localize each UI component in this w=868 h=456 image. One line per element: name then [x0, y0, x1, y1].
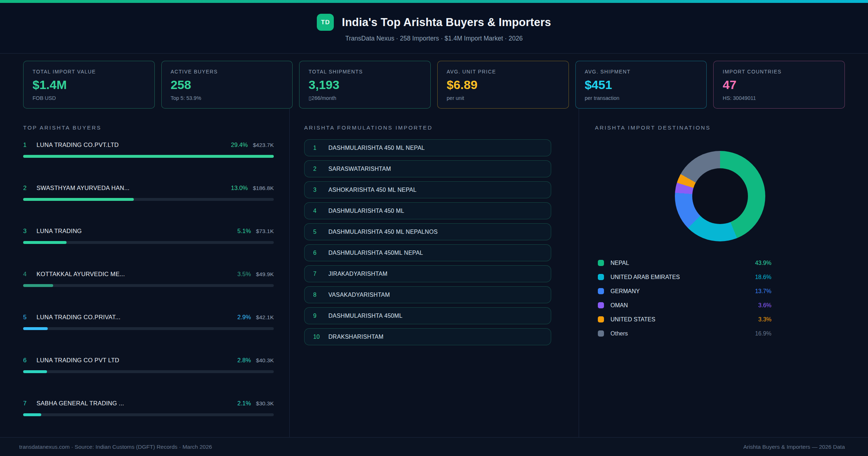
buyer-bar-fill — [23, 327, 48, 330]
buyer-percent: 29.4% — [231, 142, 248, 148]
buyer-values: 2.8%$40.3K — [237, 357, 274, 364]
main-content: TOP ARISHTA BUYERS 1LUNA TRADING CO.PVT.… — [0, 109, 868, 437]
buyer-bar-track — [23, 284, 274, 287]
kpi-value: $6.89 — [447, 78, 559, 92]
donut-hole — [692, 168, 748, 224]
buyer-bar-track — [23, 327, 274, 330]
legend-percent: 3.6% — [758, 302, 771, 309]
chip-name: DASHMULARISHTA 450 ML NEPAL — [328, 145, 425, 151]
buyer-bar-track — [23, 413, 274, 416]
chip-number: 10 — [313, 334, 328, 340]
legend-percent: 43.9% — [755, 260, 771, 266]
destinations-panel-title: ARISHTA IMPORT DESTINATIONS — [595, 124, 845, 131]
chip-number: 2 — [313, 166, 328, 172]
buyer-row: 2SWASTHYAM AYURVEDA HAN...13.0%$186.8K — [23, 185, 274, 201]
buyer-row: 6LUNA TRADING CO PVT LTD2.8%$40.3K — [23, 357, 274, 373]
formulation-chip: 9DASHMULARISHTA 450ML — [304, 307, 551, 324]
buyer-row: 3LUNA TRADING5.1%$73.1K — [23, 228, 274, 244]
legend-row: OMAN3.6% — [598, 298, 771, 312]
kpi-label: TOTAL SHIPMENTS — [309, 69, 421, 75]
kpi-label: IMPORT COUNTRIES — [723, 69, 835, 75]
kpi-label: TOTAL IMPORT VALUE — [33, 69, 145, 75]
buyer-row: 1LUNA TRADING CO.PVT.LTD29.4%$423.7K — [23, 142, 274, 158]
buyer-percent: 2.9% — [237, 314, 251, 321]
formulation-chip: 1DASHMULARISHTA 450 ML NEPAL — [304, 139, 551, 156]
buyer-name: LUNA TRADING CO.PVT.LTD — [37, 142, 119, 148]
chip-name: ASHOKARISHTA 450 ML NEPAL — [328, 187, 417, 193]
buyer-values: 2.1%$30.3K — [237, 400, 274, 407]
legend-swatch — [598, 288, 604, 294]
buyer-rank: 5 — [23, 314, 37, 321]
chip-number: 5 — [313, 229, 328, 235]
buyer-bar-track — [23, 198, 274, 201]
buyer-bar-fill — [23, 241, 67, 244]
buyer-rank: 1 — [23, 142, 37, 149]
legend-row: Others16.9% — [598, 326, 771, 341]
buyer-rank: 4 — [23, 271, 37, 278]
buyer-amount: $49.9K — [256, 271, 274, 278]
formulations-panel-title: ARISHTA FORMULATIONS IMPORTED — [304, 124, 551, 131]
chip-number: 1 — [313, 145, 328, 151]
legend-label: Others — [610, 330, 628, 337]
chip-name: DASHMULARISHTA 450ML — [328, 313, 403, 319]
buyer-bar-track — [23, 241, 274, 244]
formulations-list: 1DASHMULARISHTA 450 ML NEPAL2SARASWATARI… — [304, 139, 551, 345]
buyer-row-header: 5LUNA TRADING CO.PRIVAT...2.9%$42.1K — [23, 314, 274, 321]
chip-number: 6 — [313, 250, 328, 256]
brand-badge: TD — [317, 14, 334, 31]
buyer-rank: 6 — [23, 357, 37, 364]
destinations-panel: ARISHTA IMPORT DESTINATIONS NEPAL43.9%UN… — [579, 109, 868, 437]
buyer-row: 7SABHA GENERAL TRADING ...2.1%$30.3K — [23, 400, 274, 416]
buyer-rank: 3 — [23, 228, 37, 235]
footer-dataset-text: Arishta Buyers & Importers — 2026 Data — [743, 444, 845, 450]
legend-percent: 3.3% — [758, 316, 771, 323]
formulation-chip: 10DRAKSHARISHTAM — [304, 328, 551, 345]
buyer-bar-track — [23, 155, 274, 158]
legend-swatch — [598, 260, 604, 266]
buyer-bar-fill — [23, 284, 53, 287]
buyer-percent: 13.0% — [231, 185, 248, 191]
buyer-values: 13.0%$186.8K — [231, 185, 274, 191]
buyers-panel-title: TOP ARISHTA BUYERS — [23, 124, 274, 131]
kpi-card: TOTAL IMPORT VALUE$1.4MFOB USD — [23, 61, 155, 109]
kpi-sub: HS: 30049011 — [723, 95, 835, 101]
buyer-bar-fill — [23, 370, 47, 373]
buyer-bar-fill — [23, 198, 134, 201]
buyer-percent: 2.8% — [237, 357, 251, 364]
legend-swatch — [598, 316, 604, 322]
buyer-row: 5LUNA TRADING CO.PRIVAT...2.9%$42.1K — [23, 314, 274, 330]
buyer-name: KOTTAKKAL AYURVEDIC ME... — [37, 271, 125, 278]
buyer-name: LUNA TRADING — [37, 228, 82, 235]
kpi-sub: per transaction — [585, 95, 698, 101]
kpi-label: AVG. UNIT PRICE — [447, 69, 559, 75]
buyer-amount: $73.1K — [256, 228, 274, 235]
chip-number: 9 — [313, 313, 328, 319]
legend-label: UNITED ARAB EMIRATES — [610, 274, 680, 280]
buyer-values: 29.4%$423.7K — [231, 142, 274, 148]
chip-name: DASHMULARISHTA 450ML NEPAL — [328, 250, 423, 256]
kpi-sub: per unit — [447, 95, 559, 101]
buyers-panel: TOP ARISHTA BUYERS 1LUNA TRADING CO.PVT.… — [0, 109, 289, 437]
buyer-values: 3.5%$49.9K — [237, 271, 274, 278]
kpi-sub: ▯266/month — [309, 95, 421, 101]
buyer-amount: $423.7K — [253, 142, 274, 148]
buyer-rank: 2 — [23, 185, 37, 192]
legend-row: GERMANY13.7% — [598, 284, 771, 298]
buyers-list: 1LUNA TRADING CO.PVT.LTD29.4%$423.7K2SWA… — [23, 142, 274, 416]
formulation-chip: 8VASAKADYARISHTAM — [304, 286, 551, 303]
donut-legend: NEPAL43.9%UNITED ARAB EMIRATES18.6%GERMA… — [598, 256, 771, 341]
buyer-values: 5.1%$73.1K — [237, 228, 274, 235]
legend-row: NEPAL43.9% — [598, 256, 771, 270]
legend-swatch — [598, 274, 604, 280]
formulation-chip: 5DASHMULARISHTA 450 ML NEPALNOS — [304, 223, 551, 240]
buyer-row-header: 2SWASTHYAM AYURVEDA HAN...13.0%$186.8K — [23, 185, 274, 192]
legend-label: UNITED STATES — [610, 316, 655, 323]
buyer-amount: $42.1K — [256, 314, 274, 321]
legend-row: UNITED STATES3.3% — [598, 312, 771, 326]
chip-name: JIRAKADYARISHTAM — [328, 271, 387, 277]
kpi-label: AVG. SHIPMENT — [585, 69, 698, 75]
page-title: India's Top Arishta Buyers & Importers — [342, 16, 551, 29]
legend-label: OMAN — [610, 302, 628, 309]
kpi-card: ACTIVE BUYERS258Top 5: 53.9% — [161, 61, 293, 109]
buyer-amount: $186.8K — [253, 185, 274, 191]
